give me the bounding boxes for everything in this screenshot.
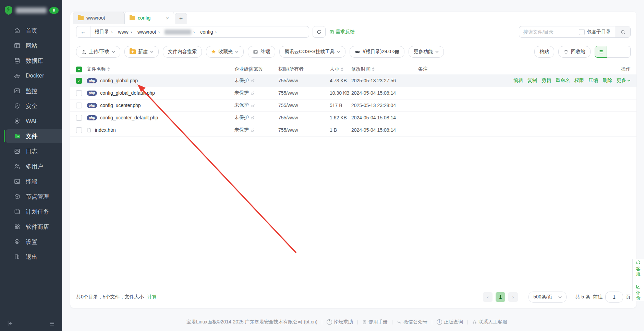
footer-link-wechat[interactable]: 微信公众号 [392, 319, 432, 325]
new-tab-button[interactable]: + [175, 13, 187, 24]
tab-config[interactable]: config × [124, 12, 174, 24]
sidebar-item-home[interactable]: 首页 [0, 23, 62, 38]
menu-list-icon[interactable] [49, 320, 55, 327]
terminal-button[interactable]: 终端 [248, 46, 275, 58]
sidebar-item-cron[interactable]: 计划任务 [0, 204, 62, 219]
upload-download-button[interactable]: 上传/下载 [76, 46, 120, 58]
footer-link-support[interactable]: 联系人工客服 [468, 319, 512, 325]
unlock-icon [251, 116, 255, 120]
table-row[interactable]: ✓ php config_global.php 未保护 755/www 4.73… [70, 74, 636, 87]
row-checkbox[interactable] [76, 103, 82, 108]
next-page-button[interactable]: › [508, 292, 518, 302]
crumb-wwwroot[interactable]: wwwroot [133, 29, 158, 35]
crumb-masked[interactable] [165, 29, 191, 35]
file-name-link[interactable]: php config_global.php [87, 78, 234, 83]
footer-link-license[interactable]: i 正版查询 [432, 319, 467, 325]
sidebar-item-logout[interactable]: 退出 [0, 249, 62, 264]
subdir-label: 包含子目录 [587, 29, 611, 35]
crumb-root[interactable]: 根目录 [90, 29, 111, 35]
action-rename[interactable]: 重命名 [556, 78, 570, 84]
search-input[interactable] [519, 29, 579, 35]
action-compress[interactable]: 压缩 [588, 78, 598, 84]
sidebar-item-multiuser[interactable]: 多用户 [0, 159, 62, 174]
list-view-button[interactable] [595, 46, 607, 58]
sidebar-item-sites[interactable]: 网站 [0, 38, 62, 53]
file-name-link[interactable]: php config_global_default.php [87, 90, 234, 96]
row-checkbox[interactable] [76, 127, 82, 133]
prev-page-button[interactable]: ‹ [483, 292, 493, 302]
sidebar-item-database[interactable]: 数据库 [0, 53, 62, 68]
back-button[interactable]: ← [76, 26, 90, 37]
row-checkbox[interactable]: ✓ [76, 78, 82, 84]
file-name-link[interactable]: index.htm [87, 127, 234, 133]
file-name-link[interactable]: php config_ucenter.php [87, 103, 234, 108]
sidebar-item-nodes[interactable]: 节点管理 [0, 189, 62, 204]
table-row[interactable]: php config_ucenter.php 未保护 755/www 517 B… [70, 99, 636, 112]
folder-icon [14, 133, 21, 140]
chevron-right-icon: › [111, 29, 114, 35]
sidebar-item-files[interactable]: 文件 [0, 129, 62, 144]
cosfs-tool-button[interactable]: 腾讯云COSFS挂载工具 [279, 46, 345, 58]
sort-size[interactable] [341, 67, 343, 71]
action-permission[interactable]: 权限 [574, 78, 584, 84]
customer-service-button[interactable]: 客服 [636, 260, 641, 276]
row-checkbox[interactable] [76, 90, 82, 96]
sort-filename[interactable] [107, 67, 110, 71]
sidebar-item-label: WAF [26, 118, 38, 125]
sidebar-item-appstore[interactable]: 软件商店 [0, 219, 62, 234]
page-size-select[interactable]: 500条/页 [528, 292, 567, 303]
sidebar-item-logs[interactable]: 日志 [0, 144, 62, 159]
sidebar-item-terminal[interactable]: 终端 [0, 174, 62, 189]
sidebar-item-docker[interactable]: Docker [0, 68, 62, 83]
favorites-button[interactable]: ★ 收藏夹 [206, 46, 244, 58]
subdir-checkbox[interactable] [579, 29, 585, 35]
search-button[interactable] [615, 26, 630, 37]
more-functions-button[interactable]: 更多功能 [409, 46, 444, 58]
goto-page-input[interactable] [605, 292, 623, 303]
tab-wwwroot[interactable]: wwwroot [73, 12, 124, 24]
calculate-size-link[interactable]: 计算 [147, 294, 157, 300]
sidebar-item-settings[interactable]: 设置 [0, 234, 62, 249]
action-edit[interactable]: 编辑 [513, 78, 523, 84]
footer-link-manual[interactable]: 使用手册 [358, 319, 392, 325]
refresh-button[interactable] [313, 26, 326, 38]
folder-tab-icon [78, 16, 84, 20]
crumb-config[interactable]: config [196, 29, 215, 35]
row-mtime: 2025-05-13 23:28:04 [351, 103, 418, 108]
sort-mtime[interactable] [372, 67, 375, 71]
content-search-button[interactable]: 文件内容搜索 [163, 46, 202, 58]
action-delete[interactable]: 删除 [603, 78, 612, 84]
sidebar-item-monitor[interactable]: 监控 [0, 83, 62, 98]
collapse-sidebar-icon[interactable] [7, 320, 13, 327]
sidebar-footer [0, 316, 62, 331]
select-all-checkbox[interactable]: − [76, 67, 82, 72]
action-cut[interactable]: 剪切 [542, 78, 551, 84]
action-more[interactable]: 更多 [617, 78, 631, 84]
file-name-link[interactable]: php config_ucenter_default.php [87, 115, 234, 120]
row-size: 1 B [330, 127, 351, 133]
grid-view-button[interactable] [607, 46, 631, 58]
footer-link-forum[interactable]: ? 论坛求助 [322, 319, 357, 325]
close-tab-icon[interactable]: × [166, 15, 169, 21]
recycle-bin-button[interactable]: 回收站 [558, 46, 591, 58]
sidebar-item-waf[interactable]: WAF [0, 114, 62, 129]
sidebar-item-security[interactable]: 安全 [0, 98, 62, 114]
path-row: ← 根目录 › www › wwwroot › › config › [70, 26, 636, 38]
new-button[interactable]: 新建 [124, 46, 159, 58]
paste-button[interactable]: 粘贴 [534, 46, 554, 58]
header-note: 备注 [418, 66, 523, 72]
crumb-www[interactable]: www [114, 29, 130, 35]
review-button[interactable]: 评价 [636, 284, 641, 300]
page-number-current[interactable]: 1 [496, 292, 505, 302]
notification-badge[interactable]: 0 [49, 7, 59, 14]
table-row[interactable]: index.htm 未保护 755/www 1 B 2024-05-04 15:… [70, 124, 636, 137]
row-checkbox[interactable] [76, 115, 82, 121]
row-mtime: 2024-05-04 15:08:14 [351, 90, 418, 96]
include-subdir-option[interactable]: 包含子目录 [579, 29, 615, 35]
table-row[interactable]: php config_ucenter_default.php 未保护 755/w… [70, 111, 636, 124]
table-row[interactable]: php config_global_default.php 未保护 755/ww… [70, 87, 636, 99]
action-copy[interactable]: 复制 [527, 78, 537, 84]
sidebar-item-label: 计划任务 [26, 208, 49, 216]
row-owner: 755/www [278, 90, 330, 96]
feedback-link[interactable]: 需求反馈 [329, 29, 355, 35]
